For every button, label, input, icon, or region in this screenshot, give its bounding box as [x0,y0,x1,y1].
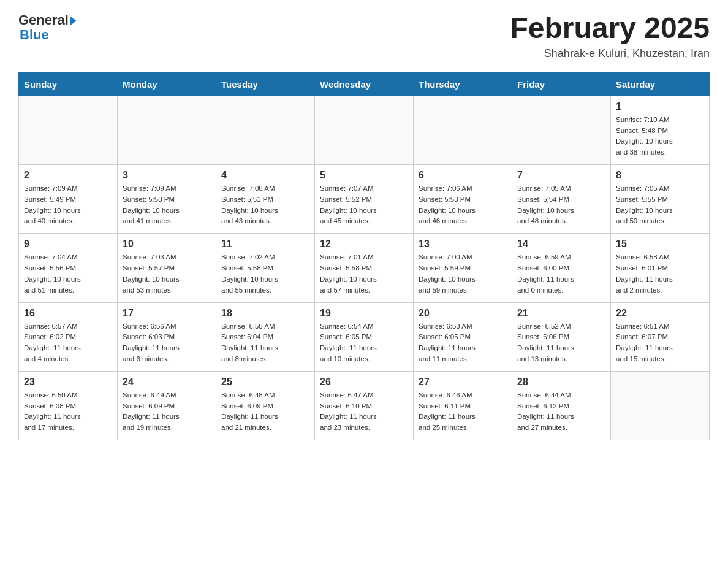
day-number: 23 [24,377,112,388]
calendar-week-row: 2Sunrise: 7:09 AM Sunset: 5:49 PM Daylig… [19,165,710,234]
calendar-cell: 28Sunrise: 6:44 AM Sunset: 6:12 PM Dayli… [512,371,611,440]
weekday-header-monday: Monday [118,72,216,96]
day-info: Sunrise: 7:09 AM Sunset: 5:50 PM Dayligh… [123,183,211,227]
day-info: Sunrise: 6:57 AM Sunset: 6:02 PM Dayligh… [24,321,112,365]
page-header: General Blue February 2025 Shahrak-e Kul… [18,12,710,60]
calendar-cell: 1Sunrise: 7:10 AM Sunset: 5:48 PM Daylig… [611,96,710,164]
calendar-cell: 26Sunrise: 6:47 AM Sunset: 6:10 PM Dayli… [315,371,414,440]
day-number: 2 [24,170,112,181]
day-info: Sunrise: 7:05 AM Sunset: 5:54 PM Dayligh… [517,183,605,227]
title-area: February 2025 Shahrak-e Kuluri, Khuzesta… [510,12,710,60]
logo-general-text: General [18,12,77,28]
calendar-week-row: 1Sunrise: 7:10 AM Sunset: 5:48 PM Daylig… [19,96,710,164]
day-info: Sunrise: 6:56 AM Sunset: 6:03 PM Dayligh… [123,321,211,365]
day-info: Sunrise: 6:51 AM Sunset: 6:07 PM Dayligh… [616,321,704,365]
day-info: Sunrise: 6:44 AM Sunset: 6:12 PM Dayligh… [517,390,605,434]
calendar-cell: 22Sunrise: 6:51 AM Sunset: 6:07 PM Dayli… [611,302,710,371]
calendar-table: SundayMondayTuesdayWednesdayThursdayFrid… [18,72,710,440]
calendar-cell: 2Sunrise: 7:09 AM Sunset: 5:49 PM Daylig… [19,165,118,234]
location-text: Shahrak-e Kuluri, Khuzestan, Iran [510,47,710,60]
day-info: Sunrise: 7:06 AM Sunset: 5:53 PM Dayligh… [419,183,507,227]
day-number: 13 [419,239,507,250]
logo-arrow-icon [70,17,77,25]
day-info: Sunrise: 7:07 AM Sunset: 5:52 PM Dayligh… [320,183,408,227]
day-number: 9 [24,239,112,250]
calendar-cell: 13Sunrise: 7:00 AM Sunset: 5:59 PM Dayli… [414,234,512,302]
day-number: 3 [123,170,211,181]
calendar-cell: 5Sunrise: 7:07 AM Sunset: 5:52 PM Daylig… [315,165,414,234]
weekday-header-friday: Friday [512,72,611,96]
calendar-header: SundayMondayTuesdayWednesdayThursdayFrid… [19,72,710,96]
day-number: 15 [616,239,704,250]
calendar-cell: 20Sunrise: 6:53 AM Sunset: 6:05 PM Dayli… [414,302,512,371]
calendar-cell: 9Sunrise: 7:04 AM Sunset: 5:56 PM Daylig… [19,234,118,302]
day-info: Sunrise: 6:46 AM Sunset: 6:11 PM Dayligh… [419,390,507,434]
calendar-cell: 14Sunrise: 6:59 AM Sunset: 6:00 PM Dayli… [512,234,611,302]
day-number: 28 [517,377,605,388]
day-number: 26 [320,377,408,388]
day-number: 5 [320,170,408,181]
calendar-cell: 17Sunrise: 6:56 AM Sunset: 6:03 PM Dayli… [118,302,216,371]
calendar-cell: 18Sunrise: 6:55 AM Sunset: 6:04 PM Dayli… [216,302,315,371]
logo-blue-text: Blue [20,27,49,43]
month-title: February 2025 [510,12,710,45]
day-number: 4 [221,170,309,181]
calendar-body: 1Sunrise: 7:10 AM Sunset: 5:48 PM Daylig… [19,96,710,440]
day-info: Sunrise: 7:08 AM Sunset: 5:51 PM Dayligh… [221,183,309,227]
weekday-header-saturday: Saturday [611,72,710,96]
calendar-cell [315,96,414,164]
day-info: Sunrise: 7:00 AM Sunset: 5:59 PM Dayligh… [419,252,507,296]
day-info: Sunrise: 7:03 AM Sunset: 5:57 PM Dayligh… [123,252,211,296]
calendar-cell [19,96,118,164]
day-info: Sunrise: 6:49 AM Sunset: 6:09 PM Dayligh… [123,390,211,434]
calendar-cell: 23Sunrise: 6:50 AM Sunset: 6:08 PM Dayli… [19,371,118,440]
calendar-cell [118,96,216,164]
day-number: 19 [320,308,408,319]
calendar-cell: 27Sunrise: 6:46 AM Sunset: 6:11 PM Dayli… [414,371,512,440]
calendar-cell [611,371,710,440]
calendar-cell: 6Sunrise: 7:06 AM Sunset: 5:53 PM Daylig… [414,165,512,234]
day-info: Sunrise: 6:53 AM Sunset: 6:05 PM Dayligh… [419,321,507,365]
day-info: Sunrise: 7:01 AM Sunset: 5:58 PM Dayligh… [320,252,408,296]
day-info: Sunrise: 6:50 AM Sunset: 6:08 PM Dayligh… [24,390,112,434]
day-number: 27 [419,377,507,388]
calendar-cell: 12Sunrise: 7:01 AM Sunset: 5:58 PM Dayli… [315,234,414,302]
calendar-cell: 3Sunrise: 7:09 AM Sunset: 5:50 PM Daylig… [118,165,216,234]
calendar-week-row: 16Sunrise: 6:57 AM Sunset: 6:02 PM Dayli… [19,302,710,371]
calendar-cell: 7Sunrise: 7:05 AM Sunset: 5:54 PM Daylig… [512,165,611,234]
day-number: 17 [123,308,211,319]
calendar-week-row: 23Sunrise: 6:50 AM Sunset: 6:08 PM Dayli… [19,371,710,440]
day-number: 21 [517,308,605,319]
day-info: Sunrise: 7:10 AM Sunset: 5:48 PM Dayligh… [616,115,704,158]
weekday-header-row: SundayMondayTuesdayWednesdayThursdayFrid… [19,72,710,96]
calendar-cell: 25Sunrise: 6:48 AM Sunset: 6:09 PM Dayli… [216,371,315,440]
day-info: Sunrise: 6:55 AM Sunset: 6:04 PM Dayligh… [221,321,309,365]
day-number: 25 [221,377,309,388]
day-number: 14 [517,239,605,250]
calendar-week-row: 9Sunrise: 7:04 AM Sunset: 5:56 PM Daylig… [19,234,710,302]
calendar-cell: 15Sunrise: 6:58 AM Sunset: 6:01 PM Dayli… [611,234,710,302]
day-number: 18 [221,308,309,319]
weekday-header-tuesday: Tuesday [216,72,315,96]
calendar-cell [512,96,611,164]
day-number: 16 [24,308,112,319]
day-info: Sunrise: 6:52 AM Sunset: 6:06 PM Dayligh… [517,321,605,365]
calendar-cell [216,96,315,164]
general-word: General [18,12,69,28]
calendar-cell: 19Sunrise: 6:54 AM Sunset: 6:05 PM Dayli… [315,302,414,371]
day-info: Sunrise: 6:59 AM Sunset: 6:00 PM Dayligh… [517,252,605,296]
day-number: 8 [616,170,704,181]
calendar-cell: 4Sunrise: 7:08 AM Sunset: 5:51 PM Daylig… [216,165,315,234]
day-info: Sunrise: 6:54 AM Sunset: 6:05 PM Dayligh… [320,321,408,365]
weekday-header-wednesday: Wednesday [315,72,414,96]
calendar-cell: 11Sunrise: 7:02 AM Sunset: 5:58 PM Dayli… [216,234,315,302]
day-number: 7 [517,170,605,181]
weekday-header-sunday: Sunday [19,72,118,96]
logo: General Blue [18,12,77,43]
day-info: Sunrise: 7:04 AM Sunset: 5:56 PM Dayligh… [24,252,112,296]
day-number: 11 [221,239,309,250]
calendar-cell: 10Sunrise: 7:03 AM Sunset: 5:57 PM Dayli… [118,234,216,302]
day-number: 20 [419,308,507,319]
day-number: 22 [616,308,704,319]
day-number: 10 [123,239,211,250]
